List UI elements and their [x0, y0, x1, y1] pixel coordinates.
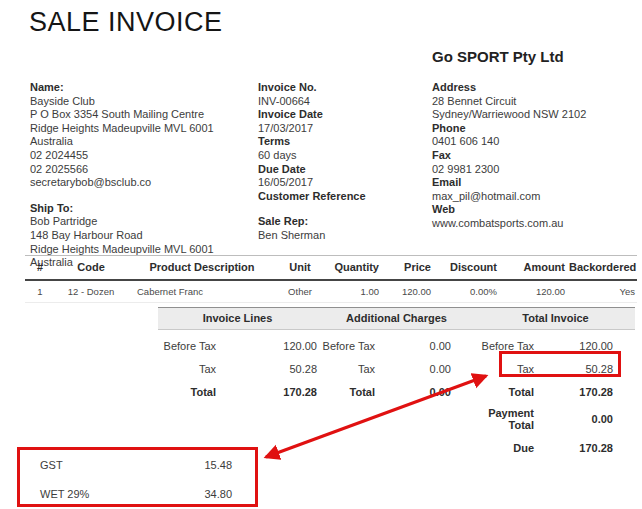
row-value: 0.00 [375, 386, 476, 398]
gst-value: 15.48 [204, 459, 232, 471]
page-title: SALE INVOICE [29, 7, 223, 38]
totals-block: Invoice Lines Additional Charges Total I… [158, 307, 635, 461]
row-label: Payment Total [476, 407, 534, 431]
customer-reference-label: Customer Reference [258, 190, 428, 204]
totals-row: Total 0.00 [317, 380, 476, 403]
totals-row: Tax 50.28 [158, 357, 317, 380]
customer-fax: 02 2025566 [30, 163, 256, 177]
col-header-price: Price [381, 256, 433, 281]
row-value: 0.00 [534, 413, 635, 425]
customer-address-line: P O Box 3354 South Mailing Centre [30, 108, 256, 122]
col-header-unit: Unit [277, 256, 323, 281]
row-label: Total [158, 386, 216, 398]
row-label: Due [476, 442, 534, 454]
phone-value: 0401 606 140 [432, 135, 632, 149]
totals-header-invoice-lines: Invoice Lines [158, 308, 317, 329]
totals-header: Invoice Lines Additional Charges Total I… [158, 307, 635, 330]
cell-number: 1 [25, 280, 55, 303]
terms-value: 60 days [258, 149, 428, 163]
cell-quantity: 1.00 [323, 280, 381, 303]
totals-row: Total 170.28 [158, 380, 317, 403]
table-row: 1 12 - Dozen Cabernet Franc Other 1.00 1… [25, 280, 637, 303]
cell-price: 120.00 [381, 280, 433, 303]
fax-label: Fax [432, 149, 632, 163]
invoice-date-value: 17/03/2017 [258, 122, 428, 136]
due-date-value: 16/05/2017 [258, 176, 428, 190]
row-value: 120.00 [216, 340, 317, 352]
col-header-code: Code [55, 256, 127, 281]
col-header-product-description: Product Description [127, 256, 277, 281]
row-label: Total [476, 386, 534, 398]
company-address-line: Sydney/Warriewood NSW 2102 [432, 108, 632, 122]
row-label: Total [317, 386, 375, 398]
cell-unit: Other [277, 280, 323, 303]
email-label: Email [432, 176, 632, 190]
ship-to-address-line: 148 Bay Harbour Road [30, 229, 256, 243]
customer-name-label: Name: [30, 81, 256, 95]
wet-value: 34.80 [204, 488, 232, 500]
company-info-block: Address 28 Bennet Circuit Sydney/Warriew… [432, 81, 632, 231]
tax-breakdown-row: GST 15.48 [20, 459, 255, 471]
customer-phone: 02 2024455 [30, 149, 256, 163]
cell-amount: 120.00 [499, 280, 567, 303]
terms-label: Terms [258, 135, 428, 149]
due-date-label: Due Date [258, 163, 428, 177]
additional-charges-section: Before Tax 0.00 Tax 0.00 Total 0.00 [317, 334, 476, 461]
sale-rep-value: Ben Sherman [258, 229, 428, 243]
totals-row: Due 170.28 [476, 435, 635, 461]
totals-header-additional-charges: Additional Charges [317, 308, 476, 329]
tax-breakdown-row: WET 29% 34.80 [20, 488, 255, 500]
tax-breakdown-box: GST 15.48 WET 29% 34.80 [17, 447, 258, 507]
col-header-amount: Amount [499, 256, 567, 281]
gst-label: GST [40, 459, 63, 471]
row-label: Tax [158, 363, 216, 375]
cell-product-description: Cabernet Franc [127, 280, 277, 303]
fax-value: 02 9981 2300 [432, 163, 632, 177]
spacer [30, 190, 256, 202]
col-header-backordered: Backordered [567, 256, 637, 281]
invoice-date-label: Invoice Date [258, 108, 428, 122]
cell-backordered: Yes [567, 280, 637, 303]
customer-email: secretarybob@bsclub.co [30, 176, 256, 190]
row-label: Before Tax [476, 340, 534, 352]
totals-row: Before Tax 0.00 [317, 334, 476, 357]
row-value: 170.28 [534, 442, 635, 454]
row-value: 0.00 [375, 340, 476, 352]
customer-name: Bayside Club [30, 95, 256, 109]
ship-to-name: Bob Partridge [30, 215, 256, 229]
company-name: Go SPORT Pty Ltd [432, 48, 564, 65]
row-label: Before Tax [158, 340, 216, 352]
sale-rep-label: Sale Rep: [258, 215, 428, 229]
customer-address-line: Ridge Heights Madeupville MVL 6001 Austr… [30, 122, 256, 149]
cell-discount: 0.00% [433, 280, 499, 303]
col-header-number: # [25, 256, 55, 281]
row-label: Before Tax [317, 340, 375, 352]
col-header-quantity: Quantity [323, 256, 381, 281]
row-value: 170.28 [534, 386, 635, 398]
invoice-no-label: Invoice No. [258, 81, 428, 95]
row-value: 170.28 [216, 386, 317, 398]
invoice-meta-block: Invoice No. INV-00664 Invoice Date 17/03… [258, 81, 428, 243]
email-value: max_pil@hotmail.com [432, 190, 632, 204]
row-value: 50.28 [216, 363, 317, 375]
row-value: 0.00 [375, 363, 476, 375]
totals-row: Payment Total 0.00 [476, 403, 635, 435]
invoice-no-value: INV-00664 [258, 95, 428, 109]
line-items-table: # Code Product Description Unit Quantity… [25, 255, 637, 303]
totals-header-total-invoice: Total Invoice [476, 308, 635, 329]
table-header-row: # Code Product Description Unit Quantity… [25, 256, 637, 281]
web-value: www.combatsports.com.au [432, 217, 632, 231]
customer-info-block: Name: Bayside Club P O Box 3354 South Ma… [30, 81, 256, 270]
invoice-lines-section: Before Tax 120.00 Tax 50.28 Total 170.28 [158, 334, 317, 461]
phone-label: Phone [432, 122, 632, 136]
spacer [258, 203, 428, 215]
col-header-discount: Discount [433, 256, 499, 281]
totals-row: Total 170.28 [476, 380, 635, 403]
row-label: Tax [317, 363, 375, 375]
web-label: Web [432, 203, 632, 217]
address-label: Address [432, 81, 632, 95]
totals-row: Tax 0.00 [317, 357, 476, 380]
ship-to-label: Ship To: [30, 202, 256, 216]
tax-highlight-box [499, 351, 621, 377]
cell-code: 12 - Dozen [55, 280, 127, 303]
